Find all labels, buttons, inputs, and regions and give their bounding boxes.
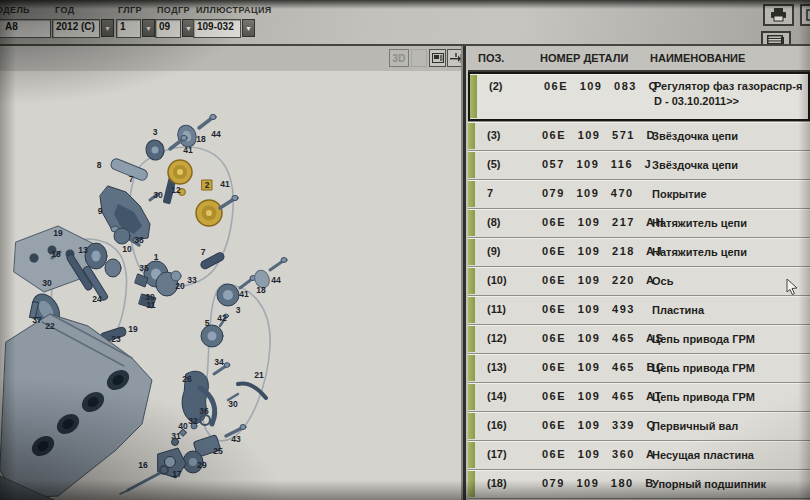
maingroup-combobox[interactable]: 1 ▼ (116, 19, 155, 37)
illustration-combobox[interactable]: 109-032 ▼ (193, 19, 255, 37)
diagram-callout-31: 31 (171, 431, 181, 441)
illustration-label: ИЛЛЮСТРАЦИЯ (196, 5, 272, 15)
part-number-cell: 06E 109 220 A (542, 267, 652, 286)
name-cell: Регулятор фаз газораспр-яD - 03.10.2011>… (654, 74, 808, 109)
pos-cell: (11) (475, 296, 542, 315)
secondary-button[interactable] (800, 4, 810, 26)
name-line1: Регулятор фаз газораспр-я (654, 80, 802, 92)
pos-cell: (10) (475, 267, 542, 286)
print-button[interactable] (763, 4, 794, 26)
table-row[interactable]: (10) 06E 109 220 A Ось (468, 266, 810, 295)
diagram-callout-29: 29 (197, 460, 207, 470)
panel-splitter[interactable] (463, 46, 466, 500)
row-marker (468, 297, 475, 323)
diagram-callout-42: 42 (217, 313, 227, 323)
pos-cell: (12) (475, 325, 542, 344)
exploded-diagram[interactable]: 3184441241873012910381813191353911203373… (0, 71, 463, 500)
diagram-panel: 3184441241873012910381813191353911203373… (0, 71, 463, 500)
name-cell: Первичный вал (652, 412, 810, 434)
table-row[interactable]: (14) 06E 109 465 AT Цепь привода ГРМ (468, 382, 810, 411)
row-marker (468, 384, 475, 410)
diagram-callout-18: 18 (196, 134, 206, 144)
part-number-cell: 06E 109 339 Q (542, 412, 652, 431)
image-view-button[interactable] (429, 49, 446, 67)
table-row[interactable]: (18) 079 109 180 B Упорный подшипник (468, 469, 810, 498)
part-number-cell: 079 109 180 B (542, 470, 652, 489)
etka-parts-catalog-window: МОДЕЛЬ А8 ▼ ГОД 2012 (C) ▼ ГЛГР 1 ▼ ПОДГ… (0, 0, 810, 500)
illustration-value: 109-032 (193, 19, 241, 38)
row-marker (468, 355, 475, 381)
pos-cell: (13) (475, 354, 542, 373)
name-cell: Несущая пластина (652, 441, 810, 463)
name-cell: Пластина (652, 296, 810, 318)
diagram-callout-9: 9 (98, 206, 103, 216)
pos-cell: 7 (475, 180, 542, 199)
diagram-callout-35: 35 (139, 263, 149, 273)
chevron-down-icon[interactable]: ▼ (242, 19, 255, 37)
window-icon (806, 8, 810, 22)
table-row[interactable]: (3) 06E 109 571 D Звёздочка цепи (468, 121, 810, 150)
pos-cell: (2) (477, 74, 544, 92)
diagram-callout-19: 19 (53, 228, 63, 238)
model-label: МОДЕЛЬ (0, 5, 30, 15)
diagram-callout-8: 8 (97, 160, 102, 170)
table-row[interactable]: (2) 06E 109 083 Q Регулятор фаз газорасп… (468, 72, 810, 121)
row-marker (468, 268, 475, 294)
image-view-icon (432, 53, 444, 63)
diagram-callout-24: 24 (92, 294, 102, 304)
year-combobox[interactable]: 2012 (C) ▼ (52, 19, 114, 37)
diagram-callout-2: 2 (205, 180, 210, 190)
diagram-callout-43: 43 (231, 434, 241, 444)
diagram-callout-18: 18 (256, 285, 266, 295)
name-line2: D - 03.10.2011>> (654, 95, 739, 107)
table-row[interactable]: (11) 06E 109 493 Пластина (468, 295, 810, 324)
table-row[interactable]: (17) 06E 109 360 A Несущая пластина (468, 440, 810, 469)
diagram-callout-17: 17 (172, 469, 182, 479)
name-cell: Цепь привода ГРМ (652, 325, 810, 347)
pos-cell: (8) (475, 209, 542, 228)
diagram-callout-11: 11 (147, 300, 156, 310)
split-view-button[interactable] (447, 49, 464, 67)
diagram-callout-23: 23 (111, 334, 121, 344)
diagram-callout-34: 34 (214, 357, 224, 367)
name-cell: Натяжитель цепи (652, 209, 810, 231)
part-number-cell: 06E 109 465 AT (542, 383, 652, 402)
table-row[interactable]: (12) 06E 109 465 AS Цепь привода ГРМ (468, 324, 810, 353)
pos-cell: (3) (475, 122, 542, 141)
table-row[interactable]: (9) 06E 109 218 AJ Натяжитель цепи (468, 237, 810, 266)
subgroup-combobox[interactable]: 09 ▼ (155, 19, 195, 37)
split-view-icon (450, 53, 462, 64)
year-label: ГОД (55, 5, 74, 15)
chevron-down-icon[interactable]: ▼ (142, 19, 155, 37)
table-row[interactable]: (13) 06E 109 465 BC Цепь привода ГРМ (468, 353, 810, 382)
year-value: 2012 (C) (52, 19, 100, 38)
col-part-number: НОМЕР ДЕТАЛИ (540, 52, 650, 64)
maingroup-value: 1 (116, 19, 141, 38)
row-marker (468, 181, 475, 207)
diagram-callout-13: 13 (78, 245, 88, 255)
row-marker (468, 239, 475, 265)
row-marker (468, 471, 475, 497)
diagram-callout-33: 33 (187, 275, 197, 285)
diagram-callout-44: 44 (271, 275, 281, 285)
table-row[interactable]: 7 079 109 470 Покрытие (468, 179, 810, 208)
table-row[interactable]: (16) 06E 109 339 Q Первичный вал (468, 411, 810, 440)
col-name: НАИМЕНОВАНИЕ (650, 52, 810, 64)
pos-cell: (5) (475, 151, 542, 170)
pos-cell: (14) (475, 383, 542, 402)
subgroup-label: ПОДГР (157, 5, 190, 15)
diagram-callout-38: 38 (134, 235, 144, 245)
row-marker (468, 152, 475, 178)
name-cell: Звёздочка цепи (652, 122, 810, 144)
diagram-callout-3: 3 (236, 305, 241, 315)
view-3d-button[interactable]: 3D (389, 49, 409, 67)
table-row[interactable]: (5) 057 109 116 J Звёздочка цепи (468, 150, 810, 179)
row-marker (468, 413, 475, 439)
diagram-toolbar: 3D (0, 46, 463, 72)
diagram-callout-22: 22 (45, 321, 55, 331)
topbar: МОДЕЛЬ А8 ▼ ГОД 2012 (C) ▼ ГЛГР 1 ▼ ПОДГ… (0, 0, 810, 45)
diagram-callout-32: 32 (188, 416, 198, 426)
chevron-down-icon[interactable]: ▼ (101, 19, 114, 37)
table-row[interactable]: (8) 06E 109 217 AH Натяжитель цепи (468, 208, 810, 237)
diagram-callout-1: 1 (154, 252, 159, 262)
